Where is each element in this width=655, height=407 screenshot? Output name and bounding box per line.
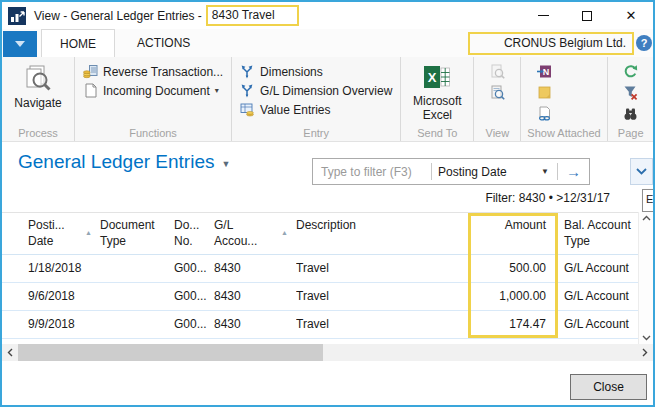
- onenote-notes-button[interactable]: N: [535, 63, 553, 80]
- incoming-document-icon: [83, 83, 98, 98]
- notes-button[interactable]: [535, 84, 553, 101]
- note-icon: [537, 85, 552, 100]
- cell-document-type[interactable]: [100, 282, 174, 310]
- help-icon[interactable]: ?: [636, 35, 652, 51]
- cell-posting-date[interactable]: 9/6/2018: [2, 282, 100, 310]
- cell-document-no[interactable]: G00...: [174, 310, 214, 338]
- links-button[interactable]: [535, 105, 553, 122]
- filter-column-select[interactable]: Posting Date: [432, 165, 539, 179]
- maximize-button[interactable]: [565, 2, 609, 29]
- navigate-icon: [23, 63, 53, 93]
- cell-posting-date[interactable]: 1/18/2018: [2, 254, 100, 282]
- app-menu-button[interactable]: [3, 31, 37, 57]
- svg-text:N: N: [543, 67, 550, 77]
- cell-amount[interactable]: 174.47: [470, 310, 556, 338]
- cell-description[interactable]: Travel: [296, 254, 470, 282]
- app-window: View - General Ledger Entries - 8430 Tra…: [0, 0, 655, 407]
- cell-amount[interactable]: 1,000.00: [470, 282, 556, 310]
- link-icon: [537, 106, 552, 121]
- group-label-functions: Functions: [79, 126, 227, 141]
- page-title-dropdown-icon[interactable]: ▼: [221, 155, 230, 169]
- vertical-scrollbar[interactable]: [638, 212, 653, 344]
- minimize-button[interactable]: [521, 2, 565, 29]
- cell-description[interactable]: Travel: [296, 310, 470, 338]
- cell-document-no[interactable]: G00...: [174, 254, 214, 282]
- clear-filter-icon: [623, 85, 638, 100]
- ribbon-group-view: View: [474, 57, 521, 141]
- view-list-icon: [490, 85, 505, 100]
- ribbon-group-functions: Reverse Transaction... Incoming Document…: [75, 57, 232, 141]
- table-row[interactable]: 1/18/2018 G00... 8430 Travel 500.00 G/L …: [2, 254, 638, 282]
- cell-bal-account-type[interactable]: G/L Account: [556, 254, 638, 282]
- group-label-view: View: [478, 126, 516, 141]
- column-header-bal-account-type[interactable]: Bal. Account Type: [556, 213, 638, 254]
- entries-grid: Posti... Date ▲ Document Type Do... No. …: [2, 212, 638, 344]
- microsoft-excel-button[interactable]: X Microsoft Excel: [405, 59, 469, 126]
- scrollbar-thumb[interactable]: [18, 344, 323, 361]
- close-icon: ✕: [626, 9, 637, 22]
- cell-posting-date[interactable]: 9/9/2018: [2, 310, 100, 338]
- cell-document-type[interactable]: [100, 310, 174, 338]
- cell-amount[interactable]: 500.00: [470, 254, 556, 282]
- scroll-up-icon[interactable]: [642, 215, 651, 221]
- view-card-button[interactable]: [488, 63, 506, 80]
- close-button[interactable]: Close: [570, 374, 647, 400]
- scrollbar-track[interactable]: [18, 344, 637, 361]
- cell-document-type[interactable]: [100, 254, 174, 282]
- filter-input[interactable]: Type to filter (F3): [313, 165, 431, 179]
- cell-bal-account-type[interactable]: G/L Account: [556, 282, 638, 310]
- scroll-left-icon[interactable]: [2, 344, 18, 361]
- dimensions-icon: [240, 64, 255, 79]
- minimize-icon: [538, 15, 549, 16]
- column-header-amount[interactable]: Amount: [470, 213, 556, 254]
- refresh-button[interactable]: [622, 63, 640, 80]
- tab-actions[interactable]: ACTIONS: [119, 29, 208, 57]
- cell-gl-account[interactable]: 8430: [214, 282, 296, 310]
- column-header-document-no[interactable]: Do... No.: [174, 213, 214, 254]
- value-entries-button[interactable]: Value Entries: [236, 100, 396, 119]
- column-header-posting-date[interactable]: Posti... Date ▲: [2, 213, 100, 254]
- sort-ascending-icon: ▲: [281, 228, 288, 237]
- dimensions-button[interactable]: Dimensions: [236, 62, 396, 81]
- expand-filter-pane-button[interactable]: [630, 158, 653, 185]
- table-row[interactable]: 9/9/2018 G00... 8430 Travel 174.47 G/L A…: [2, 310, 638, 338]
- chevron-down-icon[interactable]: ▼: [539, 167, 557, 176]
- app-menu-icon: [15, 41, 25, 47]
- cell-description[interactable]: Travel: [296, 282, 470, 310]
- reverse-transaction-button[interactable]: Reverse Transaction...: [79, 62, 227, 81]
- scroll-down-icon[interactable]: [642, 335, 651, 341]
- value-entries-icon: [240, 102, 255, 117]
- dimensions-icon: [240, 83, 255, 98]
- app-icon: [8, 7, 26, 25]
- column-header-document-type[interactable]: Document Type: [100, 213, 174, 254]
- window-title-highlight: 8430 Travel: [206, 5, 299, 26]
- find-button[interactable]: [622, 105, 640, 122]
- ribbon: Navigate Process Reverse Tr: [2, 57, 653, 142]
- group-label-entry: Entry: [236, 126, 396, 141]
- page-title: General Ledger Entries ▼: [18, 151, 230, 173]
- cell-gl-account[interactable]: 8430: [214, 254, 296, 282]
- table-row[interactable]: 9/6/2018 G00... 8430 Travel 1,000.00 G/L…: [2, 282, 638, 310]
- horizontal-scrollbar[interactable]: [2, 344, 653, 361]
- clear-filter-button[interactable]: [622, 84, 640, 101]
- view-list-button[interactable]: [488, 84, 506, 101]
- cell-bal-account-type[interactable]: G/L Account: [556, 310, 638, 338]
- group-label-process: Process: [6, 126, 70, 141]
- cell-gl-account[interactable]: 8430: [214, 310, 296, 338]
- close-window-button[interactable]: ✕: [609, 2, 653, 29]
- scroll-right-icon[interactable]: [637, 344, 653, 361]
- onenote-icon: N: [537, 64, 552, 79]
- cell-document-no[interactable]: G00...: [174, 282, 214, 310]
- refresh-icon: [623, 64, 638, 79]
- title-bar: View - General Ledger Entries - 8430 Tra…: [2, 2, 653, 29]
- chevron-down-icon: [636, 168, 647, 175]
- column-header-description[interactable]: Description: [296, 213, 470, 254]
- incoming-document-button[interactable]: Incoming Document ▾: [79, 81, 227, 100]
- column-header-gl-account[interactable]: G/L Accou... ▲: [214, 213, 296, 254]
- tab-home[interactable]: HOME: [41, 29, 115, 57]
- chevron-down-icon: ▾: [215, 86, 219, 95]
- apply-filter-button[interactable]: →: [557, 163, 589, 180]
- gl-dimension-overview-button[interactable]: G/L Dimension Overview: [236, 81, 396, 100]
- svg-text:X: X: [428, 70, 437, 85]
- navigate-button[interactable]: Navigate: [6, 59, 70, 126]
